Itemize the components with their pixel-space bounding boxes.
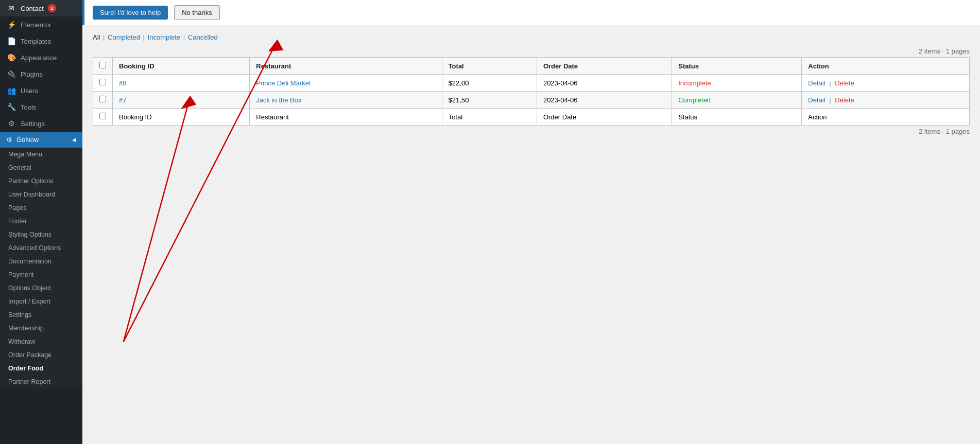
row2-booking-link[interactable]: #7 [119,96,126,104]
sidebar-item-elementor[interactable]: ⚡ Elementor [0,16,82,33]
orders-table: Booking ID Restaurant Total Order Date S… [93,57,970,126]
table-row: #7 Jack in the Box $21,50 2023-04-06 Com… [93,92,970,109]
sidebar-item-gonow[interactable]: ⚙ GoNow ◀ [0,132,82,148]
select-all-checkbox[interactable] [99,62,106,68]
templates-icon: 📄 [6,37,16,45]
submenu-item-withdraw[interactable]: Withdraw [0,335,82,348]
row2-detail-link[interactable]: Detail [808,96,825,104]
help-no-button[interactable]: No thanks [174,5,220,20]
header-action: Action [802,58,970,75]
filter-bar: All | Completed | Incomplete | Cancelled [93,33,970,41]
header-total: Total [442,58,537,75]
sidebar-item-plugins[interactable]: 🔌 Plugins [0,66,82,82]
submenu-item-partner-report[interactable]: Partner Report [0,375,82,388]
row2-booking-id: #7 [113,92,250,109]
submenu-item-pages[interactable]: Pages [0,201,82,215]
footer-order-date: Order Date [537,109,672,126]
content-area: All | Completed | Incomplete | Cancelled… [82,25,980,444]
row2-restaurant: Jack in the Box [250,92,442,109]
row2-restaurant-link[interactable]: Jack in the Box [256,96,301,104]
submenu-item-payment[interactable]: Payment [0,268,82,281]
row1-checkbox[interactable] [99,79,106,85]
sidebar-item-tools[interactable]: 🔧 Tools [0,99,82,115]
item-count-bottom: 2 items · 1 pages [93,128,970,135]
sidebar-item-settings[interactable]: ⚙ Settings [0,115,82,132]
header-booking-id: Booking ID [113,58,250,75]
submenu-item-documentation[interactable]: Documentation [0,255,82,268]
row2-delete-link[interactable]: Delete [835,96,854,104]
submenu-item-order-package[interactable]: Order Package [0,348,82,362]
elementor-icon: ⚡ [6,21,16,29]
row1-booking-link[interactable]: #8 [119,79,126,87]
row2-order-date: 2023-04-06 [537,92,672,109]
plugins-icon: 🔌 [6,70,16,78]
sidebar-item-users[interactable]: 👥 Users [0,82,82,99]
submenu-item-mega-menu[interactable]: Mega Menu [0,148,82,161]
table-row: #8 Prince Deli Market $22,00 2023-04-06 … [93,75,970,92]
footer-checkbox-cell [93,109,113,126]
row1-status: Incomplete [672,75,802,92]
help-banner: Sure! I'd love to help No thanks [82,0,980,25]
contact-badge: 1 [48,4,56,12]
row1-total: $22,00 [442,75,537,92]
settings-icon: ⚙ [6,119,16,128]
row2-total: $21,50 [442,92,537,109]
table-footer-row: Booking ID Restaurant Total Order Date S… [93,109,970,126]
header-restaurant: Restaurant [250,58,442,75]
sidebar-item-templates[interactable]: 📄 Templates [0,33,82,49]
row1-restaurant-link[interactable]: Prince Deli Market [256,79,311,87]
filter-cancelled[interactable]: Cancelled [188,33,218,41]
row2-action: Detail | Delete [802,92,970,109]
submenu-item-partner-options[interactable]: Partner Options [0,174,82,188]
submenu-item-options-object[interactable]: Options Object [0,281,82,295]
footer-restaurant: Restaurant [250,109,442,126]
tools-icon: 🔧 [6,103,16,111]
gonow-submenu: Mega Menu General Partner Options User D… [0,148,82,388]
filter-all[interactable]: All [93,33,100,41]
submenu-item-advanced-options[interactable]: Advanced Options [0,241,82,255]
header-status: Status [672,58,802,75]
item-count-top: 2 items · 1 pages [93,47,970,55]
footer-total: Total [442,109,537,126]
row1-action: Detail | Delete [802,75,970,92]
appearance-icon: 🎨 [6,54,16,62]
footer-status: Status [672,109,802,126]
row1-delete-link[interactable]: Delete [835,79,854,87]
footer-checkbox[interactable] [99,113,106,119]
submenu-item-styling-options[interactable]: Styling Options [0,228,82,241]
submenu-item-settings-sub[interactable]: Settings [0,308,82,322]
table-header-row: Booking ID Restaurant Total Order Date S… [93,58,970,75]
row2-checkbox[interactable] [99,96,106,102]
sidebar: ✉ Contact 1 ⚡ Elementor 📄 Templates 🎨 Ap… [0,0,82,444]
header-checkbox-col [93,58,113,75]
gonow-icon: ⚙ [6,136,12,144]
sidebar-item-appearance[interactable]: 🎨 Appearance [0,49,82,66]
row1-order-date: 2023-04-06 [537,75,672,92]
row1-detail-link[interactable]: Detail [808,79,825,87]
filter-completed[interactable]: Completed [108,33,140,41]
submenu-item-membership[interactable]: Membership [0,322,82,335]
row2-status: Completed [672,92,802,109]
row1-checkbox-cell [93,75,113,92]
contact-icon: ✉ [6,4,16,12]
footer-action: Action [802,109,970,126]
header-order-date: Order Date [537,58,672,75]
users-icon: 👥 [6,86,16,95]
filter-incomplete[interactable]: Incomplete [148,33,181,41]
chevron-left-icon: ◀ [72,137,76,143]
main-content: Sure! I'd love to help No thanks All | C… [82,0,980,444]
help-yes-button[interactable]: Sure! I'd love to help [93,6,168,20]
submenu-item-footer[interactable]: Footer [0,215,82,228]
submenu-item-user-dashboard[interactable]: User Dashboard [0,188,82,201]
submenu-item-import-export[interactable]: Import / Export [0,295,82,308]
row1-restaurant: Prince Deli Market [250,75,442,92]
submenu-item-order-food[interactable]: Order Food [0,362,82,375]
footer-booking-id: Booking ID [113,109,250,126]
submenu-item-general[interactable]: General [0,161,82,174]
row2-checkbox-cell [93,92,113,109]
sidebar-item-contact[interactable]: ✉ Contact 1 [0,0,82,16]
row1-booking-id: #8 [113,75,250,92]
